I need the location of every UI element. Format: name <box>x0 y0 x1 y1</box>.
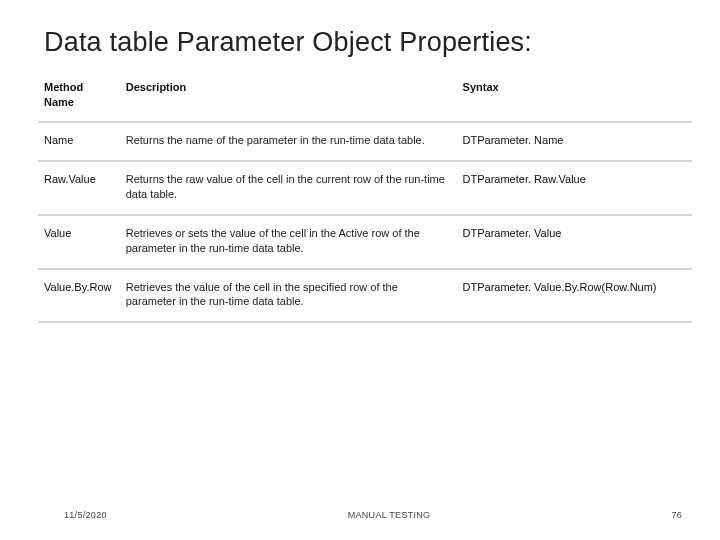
slide-footer: 11/5/2020 MANUAL TESTING 76 <box>0 510 720 520</box>
col-description: Description <box>120 76 457 123</box>
cell-description: Returns the raw value of the cell in the… <box>120 161 457 215</box>
table-row: Name Returns the name of the parameter i… <box>38 122 692 161</box>
cell-syntax: DTParameter. Value <box>457 215 692 269</box>
col-syntax: Syntax <box>457 76 692 123</box>
cell-syntax: DTParameter. Raw.Value <box>457 161 692 215</box>
cell-name: Name <box>38 122 120 161</box>
cell-syntax: DTParameter. Name <box>457 122 692 161</box>
cell-syntax: DTParameter. Value.By.Row(Row.Num) <box>457 269 692 323</box>
table-header-row: Method Name Description Syntax <box>38 76 692 123</box>
slide: Data table Parameter Object Properties: … <box>0 0 720 540</box>
table-row: Value Retrieves or sets the value of the… <box>38 215 692 269</box>
cell-name: Value.By.Row <box>38 269 120 323</box>
cell-description: Retrieves the value of the cell in the s… <box>120 269 457 323</box>
properties-table: Method Name Description Syntax Name Retu… <box>38 76 692 324</box>
cell-description: Returns the name of the parameter in the… <box>120 122 457 161</box>
table-row: Value.By.Row Retrieves the value of the … <box>38 269 692 323</box>
table-row: Raw.Value Returns the raw value of the c… <box>38 161 692 215</box>
footer-page: 76 <box>671 510 682 520</box>
page-title: Data table Parameter Object Properties: <box>44 28 692 58</box>
footer-center: MANUAL TESTING <box>107 510 672 520</box>
cell-description: Retrieves or sets the value of the cell … <box>120 215 457 269</box>
cell-name: Raw.Value <box>38 161 120 215</box>
col-method-name: Method Name <box>38 76 120 123</box>
cell-name: Value <box>38 215 120 269</box>
footer-date: 11/5/2020 <box>64 510 107 520</box>
